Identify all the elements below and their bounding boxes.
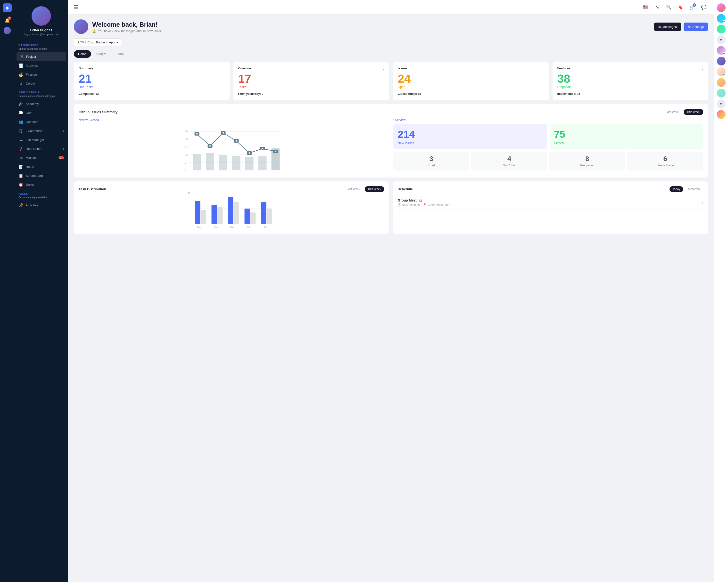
fullscreen-icon[interactable]: ⤡ xyxy=(653,3,661,11)
svg-text:Fri: Fri xyxy=(264,226,267,229)
sidebar-item-label: Academy xyxy=(26,102,39,106)
stats-row: ⋮ Summary 21 Due Tasks Completed: 13 ⋮ O… xyxy=(74,62,708,101)
cart-badge: 5 xyxy=(693,3,696,7)
github-overview: Overview 214 New Issues 75 Closed xyxy=(393,118,703,173)
needs-triage-number: 6 xyxy=(631,155,700,163)
sidebar-item-ecommerce[interactable]: 🛒 ECommerce › xyxy=(15,126,68,135)
sidebar-item-label: Crypto xyxy=(26,82,35,85)
sidebar: Brian Hughes hughes.brian@company.com DA… xyxy=(15,0,68,582)
group-meeting-title: Group Meeting xyxy=(398,198,702,202)
cart-icon[interactable]: 🛒 5 xyxy=(688,3,697,11)
sidebar-item-notes[interactable]: 📝 Notes xyxy=(15,162,68,171)
features-menu-icon[interactable]: ⋮ xyxy=(700,65,705,70)
settings-button[interactable]: ⚙ Settings xyxy=(683,23,708,31)
svg-text:9: 9 xyxy=(185,162,187,164)
app-logo[interactable]: ◆ xyxy=(3,3,11,12)
overdue-footer: From yesterday: 9 xyxy=(238,92,384,95)
chat-icon[interactable]: 💬 xyxy=(699,3,708,11)
sidebar-item-crypto[interactable]: $ Crypto xyxy=(15,79,68,88)
user-avatar-icon[interactable] xyxy=(3,26,11,35)
summary-sub: Due Tasks xyxy=(79,85,225,89)
fixed-label: Fixed xyxy=(397,164,466,167)
sidebar-item-academy[interactable]: 🎓 Academy xyxy=(15,100,68,108)
flag-icon[interactable]: 🇺🇸 xyxy=(641,3,650,11)
svg-text:0: 0 xyxy=(185,169,187,172)
svg-rect-54 xyxy=(201,210,206,224)
avatar-initial-m2[interactable]: M xyxy=(717,100,726,108)
schedule-arrow-icon[interactable]: › xyxy=(702,200,703,205)
summary-menu-icon[interactable]: ⋮ xyxy=(222,65,226,70)
sidebar-item-chat[interactable]: 💬 Chat xyxy=(15,108,68,117)
svg-rect-53 xyxy=(195,201,201,224)
welcome-heading: Welcome back, Brian! xyxy=(92,21,161,28)
fixed-number: 3 xyxy=(397,155,466,163)
issues-number: 24 xyxy=(398,73,544,85)
app-selector[interactable]: ACME Corp. Backend App ▾ xyxy=(74,38,122,46)
tab-team[interactable]: Team xyxy=(112,50,128,58)
tab-home[interactable]: Home xyxy=(74,50,91,58)
sidebar-item-label: File Manager xyxy=(26,138,44,142)
svg-point-34 xyxy=(209,145,211,147)
bell-icon[interactable]: 🔔 3 xyxy=(3,16,11,25)
sidebar-item-label: ECommerce xyxy=(26,129,43,133)
avatar-initial-m1[interactable]: M xyxy=(717,35,726,44)
section-apps-sub: Custom made application designs xyxy=(15,95,68,100)
task-distribution-card: Task Distribution Last Week This Week 40 xyxy=(74,182,389,234)
schedule-header: Schedule Today Tomorrow xyxy=(398,186,703,192)
section-pages-sub: Custom made page designs xyxy=(15,196,68,201)
bookmark-icon[interactable]: 🔖 xyxy=(676,3,685,11)
sidebar-item-helpcenter[interactable]: ❓ Help Center › xyxy=(15,144,68,153)
sidebar-item-project[interactable]: ☑ Project xyxy=(17,52,66,61)
welcome-subtext: 🔔 You have 2 new messages and 15 new tas… xyxy=(92,29,161,33)
analytics-icon: 📊 xyxy=(19,63,23,68)
welcome-actions: ✉ Messages ⚙ Settings xyxy=(654,23,708,31)
tab-budget[interactable]: Budget xyxy=(92,50,111,58)
schedule-tomorrow-btn[interactable]: Tomorrow xyxy=(684,186,703,192)
sidebar-item-scrumboard[interactable]: 📋 Scrumboard xyxy=(15,171,68,180)
line-chart-svg: 0 9 18 27 36 45 xyxy=(79,124,389,173)
section-dashboards-sub: Unique dashboard designs xyxy=(15,48,68,52)
github-last-week-btn[interactable]: Last Week xyxy=(663,109,682,115)
sidebar-item-analytics[interactable]: 📊 Analytics xyxy=(15,61,68,70)
menu-button[interactable]: ☰ xyxy=(74,4,78,10)
overdue-footer-prefix: From yesterday: xyxy=(238,92,261,95)
overdue-menu-icon[interactable]: ⋮ xyxy=(381,65,386,70)
helpcenter-arrow: › xyxy=(63,147,64,150)
avatar-9[interactable] xyxy=(717,89,726,98)
svg-rect-62 xyxy=(267,209,272,224)
sidebar-item-finance[interactable]: 💰 Finance xyxy=(15,70,68,79)
svg-point-35 xyxy=(222,132,224,134)
avatar-8[interactable] xyxy=(717,78,726,87)
sidebar-item-tasks[interactable]: ⏰ Tasks xyxy=(15,180,68,189)
avatar-11[interactable] xyxy=(717,110,726,119)
avatar-3[interactable] xyxy=(717,25,726,33)
notes-icon: 📝 xyxy=(19,164,23,169)
av-wrapper-8 xyxy=(717,78,726,87)
schedule-card: Schedule Today Tomorrow Group Meeting 🕐 … xyxy=(393,182,708,234)
svg-text:Thu: Thu xyxy=(247,226,251,229)
search-icon[interactable]: 🔍 xyxy=(665,3,673,11)
svg-text:Thu: Thu xyxy=(234,172,238,173)
contacts-icon: 👥 xyxy=(19,119,23,124)
stat-card-summary: ⋮ Summary 21 Due Tasks Completed: 13 xyxy=(74,62,230,101)
schedule-item: Group Meeting 🕐 in 32 minutes 📍 Conferen… xyxy=(398,195,703,210)
avatar-6[interactable] xyxy=(717,57,726,65)
issues-title: Issues xyxy=(398,66,544,70)
schedule-today-btn[interactable]: Today xyxy=(670,186,683,192)
clock-icon: 🕐 xyxy=(398,203,401,206)
svg-rect-60 xyxy=(251,213,256,224)
svg-point-39 xyxy=(275,150,277,152)
settings-gear-icon: ⚙ xyxy=(688,25,691,29)
github-this-week-btn[interactable]: This Week xyxy=(684,109,703,115)
schedule-actions: Today Tomorrow xyxy=(670,186,703,192)
sidebar-item-filemanager[interactable]: ☁ File Manager xyxy=(15,135,68,144)
stat-card-features: ⋮ Features 38 Proposals Implemented: 16 xyxy=(552,62,708,101)
sidebar-item-activities[interactable]: 📌 Activities xyxy=(15,201,68,210)
sidebar-item-contacts[interactable]: 👥 Contacts xyxy=(15,117,68,126)
messages-button[interactable]: ✉ Messages xyxy=(654,23,681,31)
sidebar-item-label: Notes xyxy=(26,165,34,169)
needs-triage-card: 6 Needs Triage xyxy=(627,151,703,170)
sidebar-item-label: Mailbox xyxy=(26,156,37,160)
sidebar-item-mailbox[interactable]: ✉ Mailbox 27 xyxy=(15,153,68,162)
issues-menu-icon[interactable]: ⋮ xyxy=(541,65,545,70)
